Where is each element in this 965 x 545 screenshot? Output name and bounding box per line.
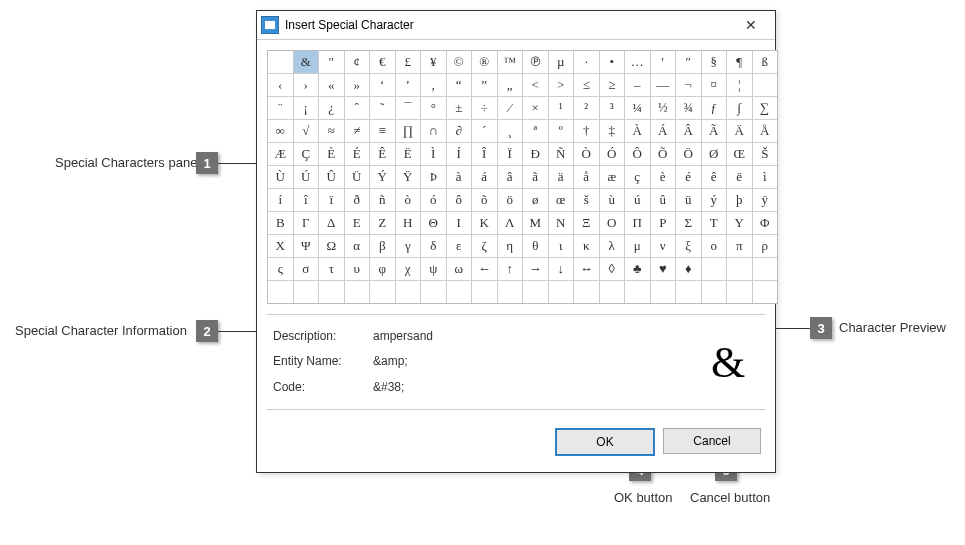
char-cell[interactable]: … bbox=[625, 51, 650, 73]
char-cell[interactable]: Ä bbox=[727, 120, 752, 142]
char-cell[interactable]: ≤ bbox=[574, 74, 599, 96]
char-cell[interactable]: Σ bbox=[676, 212, 701, 234]
char-cell[interactable]: û bbox=[651, 189, 676, 211]
char-cell[interactable]: õ bbox=[472, 189, 497, 211]
char-cell[interactable]: ù bbox=[600, 189, 625, 211]
char-cell[interactable]: ω bbox=[447, 258, 472, 280]
char-cell[interactable]: ¡ bbox=[294, 97, 319, 119]
char-cell[interactable]: µ bbox=[549, 51, 574, 73]
char-cell[interactable]: ″ bbox=[676, 51, 701, 73]
char-cell[interactable]: Á bbox=[651, 120, 676, 142]
char-cell[interactable]: ô bbox=[447, 189, 472, 211]
char-cell[interactable]: ò bbox=[396, 189, 421, 211]
char-cell[interactable]: ≥ bbox=[600, 74, 625, 96]
char-cell[interactable]: · bbox=[753, 74, 778, 96]
char-cell[interactable]: ½ bbox=[651, 97, 676, 119]
char-cell[interactable]: ° bbox=[421, 97, 446, 119]
char-cell[interactable]: ˜ bbox=[370, 97, 395, 119]
char-cell[interactable]: ± bbox=[447, 97, 472, 119]
char-cell[interactable]: Τ bbox=[702, 212, 727, 234]
char-cell[interactable]: Ø bbox=[702, 143, 727, 165]
char-cell[interactable]: Â bbox=[676, 120, 701, 142]
char-cell[interactable]: Õ bbox=[651, 143, 676, 165]
char-cell[interactable]: λ bbox=[600, 235, 625, 257]
char-cell[interactable]: ζ bbox=[472, 235, 497, 257]
char-cell[interactable]: < bbox=[523, 74, 548, 96]
char-cell[interactable]: β bbox=[370, 235, 395, 257]
char-cell[interactable]: ⁄ bbox=[498, 97, 523, 119]
char-cell[interactable]: ‘ bbox=[370, 74, 395, 96]
char-cell[interactable]: & bbox=[294, 51, 319, 73]
char-cell[interactable]: € bbox=[370, 51, 395, 73]
char-cell[interactable]: ¼ bbox=[625, 97, 650, 119]
char-cell[interactable]: ÿ bbox=[753, 189, 778, 211]
char-cell[interactable]: Ö bbox=[676, 143, 701, 165]
char-cell[interactable]: Î bbox=[472, 143, 497, 165]
char-cell[interactable]: Ψ bbox=[294, 235, 319, 257]
char-cell[interactable]: ς bbox=[268, 258, 293, 280]
char-cell[interactable]: • bbox=[600, 51, 625, 73]
char-cell[interactable]: ï bbox=[319, 189, 344, 211]
char-cell[interactable]: æ bbox=[600, 166, 625, 188]
char-cell[interactable]: ´ bbox=[472, 120, 497, 142]
char-cell[interactable]: Ý bbox=[370, 166, 395, 188]
char-cell[interactable]: À bbox=[625, 120, 650, 142]
char-cell[interactable]: ¬ bbox=[676, 74, 701, 96]
char-cell[interactable]: œ bbox=[549, 189, 574, 211]
char-cell[interactable]: í bbox=[268, 189, 293, 211]
char-cell[interactable]: © bbox=[447, 51, 472, 73]
char-cell[interactable]: à bbox=[447, 166, 472, 188]
char-cell[interactable]: ÷ bbox=[472, 97, 497, 119]
char-cell[interactable]: Ο bbox=[600, 212, 625, 234]
char-cell[interactable]: Β bbox=[268, 212, 293, 234]
char-cell[interactable]: » bbox=[345, 74, 370, 96]
char-cell[interactable]: → bbox=[523, 258, 548, 280]
char-cell[interactable]: ä bbox=[549, 166, 574, 188]
char-cell[interactable]: · bbox=[600, 281, 625, 303]
char-cell[interactable]: υ bbox=[345, 258, 370, 280]
char-cell[interactable]: · bbox=[727, 258, 752, 280]
char-cell[interactable]: · bbox=[396, 281, 421, 303]
char-cell[interactable]: Ι bbox=[447, 212, 472, 234]
char-cell[interactable]: Å bbox=[753, 120, 778, 142]
char-cell[interactable]: ð bbox=[345, 189, 370, 211]
char-cell[interactable]: Ñ bbox=[549, 143, 574, 165]
special-characters-pane[interactable]: ·&"¢€£¥©®™℗µ·•…′″§¶ß‹›«»‘’‚“”„<>≤≥–—¬¤¦·… bbox=[267, 50, 778, 304]
char-cell[interactable]: « bbox=[319, 74, 344, 96]
char-cell[interactable]: ú bbox=[625, 189, 650, 211]
char-cell[interactable]: ε bbox=[447, 235, 472, 257]
char-cell[interactable]: Ð bbox=[523, 143, 548, 165]
cancel-button[interactable]: Cancel bbox=[663, 428, 761, 454]
char-cell[interactable]: ♦ bbox=[676, 258, 701, 280]
char-cell[interactable]: º bbox=[549, 120, 574, 142]
char-cell[interactable]: ℗ bbox=[523, 51, 548, 73]
char-cell[interactable]: θ bbox=[523, 235, 548, 257]
char-cell[interactable]: ñ bbox=[370, 189, 395, 211]
char-cell[interactable]: ‹ bbox=[268, 74, 293, 96]
char-cell[interactable]: ξ bbox=[676, 235, 701, 257]
char-cell[interactable]: ™ bbox=[498, 51, 523, 73]
char-cell[interactable]: ê bbox=[702, 166, 727, 188]
char-cell[interactable]: å bbox=[574, 166, 599, 188]
char-cell[interactable]: ∫ bbox=[727, 97, 752, 119]
char-cell[interactable]: › bbox=[294, 74, 319, 96]
char-cell[interactable]: £ bbox=[396, 51, 421, 73]
char-cell[interactable]: · bbox=[319, 281, 344, 303]
char-cell[interactable]: Δ bbox=[319, 212, 344, 234]
char-cell[interactable]: â bbox=[498, 166, 523, 188]
char-cell[interactable]: — bbox=[651, 74, 676, 96]
char-cell[interactable]: η bbox=[498, 235, 523, 257]
char-cell[interactable]: § bbox=[702, 51, 727, 73]
char-cell[interactable]: ¶ bbox=[727, 51, 752, 73]
char-cell[interactable]: · bbox=[574, 51, 599, 73]
char-cell[interactable]: μ bbox=[625, 235, 650, 257]
char-cell[interactable]: ′ bbox=[651, 51, 676, 73]
char-cell[interactable]: ↔ bbox=[574, 258, 599, 280]
char-cell[interactable]: Π bbox=[625, 212, 650, 234]
char-cell[interactable]: · bbox=[447, 281, 472, 303]
char-cell[interactable]: α bbox=[345, 235, 370, 257]
char-cell[interactable]: φ bbox=[370, 258, 395, 280]
char-cell[interactable]: ◊ bbox=[600, 258, 625, 280]
char-cell[interactable]: · bbox=[294, 281, 319, 303]
char-cell[interactable]: Ε bbox=[345, 212, 370, 234]
